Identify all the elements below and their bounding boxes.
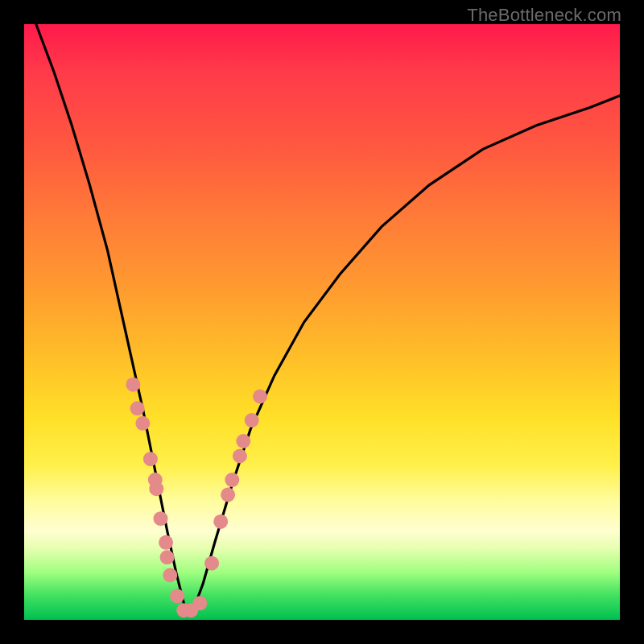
data-point [253, 390, 267, 404]
data-point [221, 488, 235, 502]
data-point [213, 514, 228, 529]
data-point [159, 535, 173, 550]
data-point [225, 473, 239, 487]
chart-frame: TheBottleneck.com [0, 0, 644, 644]
data-point [233, 449, 247, 464]
chart-plot-area [24, 24, 620, 620]
data-point [160, 550, 175, 564]
chart-svg [24, 24, 620, 620]
data-point [154, 511, 168, 526]
data-point [192, 596, 207, 610]
data-point [236, 434, 250, 448]
data-point [170, 588, 184, 603]
data-point [204, 556, 219, 571]
data-point [143, 452, 158, 466]
data-point [126, 378, 140, 392]
data-point [130, 401, 145, 415]
bottleneck-curve [36, 24, 620, 608]
data-point [163, 568, 177, 583]
attribution-label: TheBottleneck.com [467, 5, 621, 26]
data-point [135, 416, 150, 431]
data-point [149, 481, 163, 496]
scatter-points [126, 378, 267, 618]
data-point [245, 413, 259, 427]
